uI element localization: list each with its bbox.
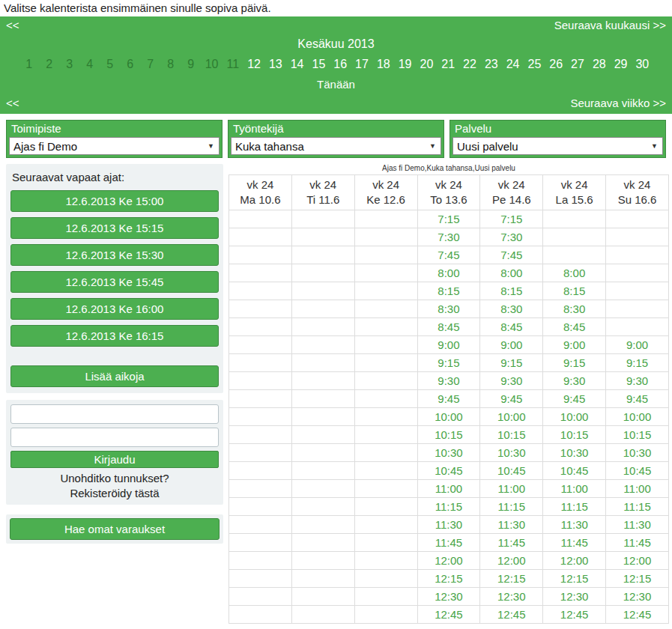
- free-time-slot[interactable]: 12.6.2013 Ke 15:15: [10, 217, 219, 239]
- time-slot-cell[interactable]: 9:30: [543, 371, 606, 389]
- calendar-day-4[interactable]: 4: [84, 58, 96, 71]
- login-button[interactable]: Kirjaudu: [10, 451, 219, 468]
- time-slot-cell[interactable]: 12:00: [543, 551, 606, 569]
- time-slot-cell[interactable]: 12:30: [480, 587, 543, 605]
- time-slot-cell[interactable]: 12:15: [480, 569, 543, 587]
- time-slot-cell[interactable]: 10:45: [480, 461, 543, 479]
- time-slot-cell[interactable]: 12:00: [417, 551, 480, 569]
- time-slot-cell[interactable]: 7:45: [480, 246, 543, 264]
- time-slot-cell[interactable]: 10:15: [480, 425, 543, 443]
- calendar-day-26[interactable]: 26: [549, 58, 563, 71]
- calendar-day-25[interactable]: 25: [527, 58, 541, 71]
- time-slot-cell[interactable]: 8:45: [480, 317, 543, 335]
- time-slot-cell[interactable]: 11:00: [480, 479, 543, 497]
- time-slot-cell[interactable]: 9:15: [417, 353, 480, 371]
- time-slot-cell[interactable]: 11:00: [543, 479, 606, 497]
- free-time-slot[interactable]: 12.6.2013 Ke 15:45: [10, 271, 219, 293]
- calendar-day-27[interactable]: 27: [571, 58, 584, 71]
- time-slot-cell[interactable]: 12:15: [417, 569, 480, 587]
- free-time-slot[interactable]: 12.6.2013 Ke 16:15: [10, 325, 219, 347]
- time-slot-cell[interactable]: 10:15: [543, 425, 606, 443]
- time-slot-cell[interactable]: 11:00: [606, 479, 669, 497]
- time-slot-cell[interactable]: 10:00: [543, 407, 606, 425]
- time-slot-cell[interactable]: 12:15: [543, 569, 606, 587]
- time-slot-cell[interactable]: 10:00: [606, 407, 669, 425]
- calendar-day-18[interactable]: 18: [377, 58, 390, 71]
- time-slot-cell[interactable]: 8:15: [480, 282, 543, 300]
- time-slot-cell[interactable]: 8:45: [543, 317, 606, 335]
- time-slot-cell[interactable]: 7:30: [417, 228, 480, 246]
- time-slot-cell[interactable]: 9:00: [417, 335, 480, 353]
- login-username-input[interactable]: [10, 404, 219, 424]
- calendar-day-14[interactable]: 14: [291, 58, 304, 71]
- prev-month-link[interactable]: <<: [6, 19, 19, 31]
- time-slot-cell[interactable]: 12:30: [417, 587, 480, 605]
- time-slot-cell[interactable]: 12:00: [480, 551, 543, 569]
- time-slot-cell[interactable]: 9:00: [543, 335, 606, 353]
- time-slot-cell[interactable]: 10:15: [606, 425, 669, 443]
- time-slot-cell[interactable]: 10:00: [417, 407, 480, 425]
- time-slot-cell[interactable]: 10:00: [480, 407, 543, 425]
- calendar-day-16[interactable]: 16: [333, 58, 347, 71]
- time-slot-cell[interactable]: 12:45: [543, 605, 606, 623]
- time-slot-cell[interactable]: 12:30: [606, 587, 669, 605]
- time-slot-cell[interactable]: 12:00: [606, 551, 669, 569]
- calendar-day-22[interactable]: 22: [463, 58, 476, 71]
- register-link[interactable]: Rekisteröidy tästä: [10, 486, 219, 501]
- time-slot-cell[interactable]: 9:30: [480, 371, 543, 389]
- time-slot-cell[interactable]: 8:15: [543, 282, 606, 300]
- my-bookings-button[interactable]: Hae omat varaukset: [10, 518, 220, 540]
- time-slot-cell[interactable]: 11:15: [417, 497, 480, 515]
- calendar-day-12[interactable]: 12: [247, 58, 261, 71]
- time-slot-cell[interactable]: 8:45: [417, 317, 480, 335]
- today-link[interactable]: Tänään: [317, 78, 355, 91]
- time-slot-cell[interactable]: 12:45: [417, 605, 480, 623]
- calendar-day-5[interactable]: 5: [104, 58, 116, 71]
- time-slot-cell[interactable]: 7:30: [480, 228, 543, 246]
- calendar-day-30[interactable]: 30: [635, 58, 649, 71]
- time-slot-cell[interactable]: 8:00: [417, 264, 480, 282]
- time-slot-cell[interactable]: 9:45: [606, 389, 669, 407]
- calendar-day-10[interactable]: 10: [205, 58, 219, 71]
- calendar-day-7[interactable]: 7: [145, 58, 157, 71]
- calendar-day-6[interactable]: 6: [124, 58, 136, 71]
- time-slot-cell[interactable]: 7:15: [480, 210, 543, 228]
- calendar-day-15[interactable]: 15: [312, 58, 326, 71]
- calendar-day-17[interactable]: 17: [355, 58, 369, 71]
- tyontekija-select[interactable]: Kuka tahansa: [231, 137, 441, 155]
- more-times-button[interactable]: Lisää aikoja: [10, 365, 219, 387]
- time-slot-cell[interactable]: 12:45: [606, 605, 669, 623]
- time-slot-cell[interactable]: 11:15: [543, 497, 606, 515]
- calendar-day-2[interactable]: 2: [43, 58, 55, 71]
- free-time-slot[interactable]: 12.6.2013 Ke 15:00: [10, 190, 219, 212]
- palvelu-select[interactable]: Uusi palvelu: [452, 137, 663, 155]
- calendar-day-21[interactable]: 21: [441, 58, 455, 71]
- time-slot-cell[interactable]: 11:15: [606, 497, 669, 515]
- login-password-input[interactable]: [10, 428, 219, 447]
- time-slot-cell[interactable]: 8:30: [417, 300, 480, 317]
- time-slot-cell[interactable]: 11:30: [480, 515, 543, 533]
- time-slot-cell[interactable]: 10:30: [417, 443, 480, 461]
- time-slot-cell[interactable]: 8:00: [543, 264, 606, 282]
- free-time-slot[interactable]: 12.6.2013 Ke 15:30: [10, 244, 219, 266]
- time-slot-cell[interactable]: 9:30: [417, 371, 480, 389]
- next-month-link[interactable]: Seuraava kuukausi >>: [554, 19, 666, 31]
- time-slot-cell[interactable]: 8:30: [543, 300, 606, 317]
- time-slot-cell[interactable]: 11:00: [417, 479, 480, 497]
- time-slot-cell[interactable]: 10:45: [543, 461, 606, 479]
- time-slot-cell[interactable]: 11:30: [417, 515, 480, 533]
- calendar-day-24[interactable]: 24: [506, 58, 520, 71]
- time-slot-cell[interactable]: 12:15: [606, 569, 669, 587]
- time-slot-cell[interactable]: 9:00: [480, 335, 543, 353]
- time-slot-cell[interactable]: 11:45: [543, 533, 606, 551]
- time-slot-cell[interactable]: 7:15: [417, 210, 480, 228]
- time-slot-cell[interactable]: 11:45: [606, 533, 669, 551]
- calendar-day-20[interactable]: 20: [420, 58, 434, 71]
- time-slot-cell[interactable]: 9:45: [480, 389, 543, 407]
- time-slot-cell[interactable]: 12:30: [543, 587, 606, 605]
- calendar-day-29[interactable]: 29: [614, 58, 628, 71]
- time-slot-cell[interactable]: 7:45: [417, 246, 480, 264]
- time-slot-cell[interactable]: 8:15: [417, 282, 480, 300]
- toimipiste-select[interactable]: Ajas fi Demo: [9, 137, 220, 155]
- time-slot-cell[interactable]: 9:15: [543, 353, 606, 371]
